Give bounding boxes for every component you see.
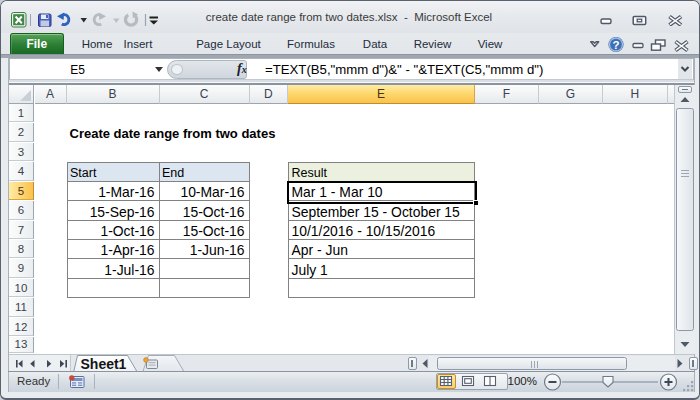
svg-text:?: ?	[612, 39, 619, 51]
